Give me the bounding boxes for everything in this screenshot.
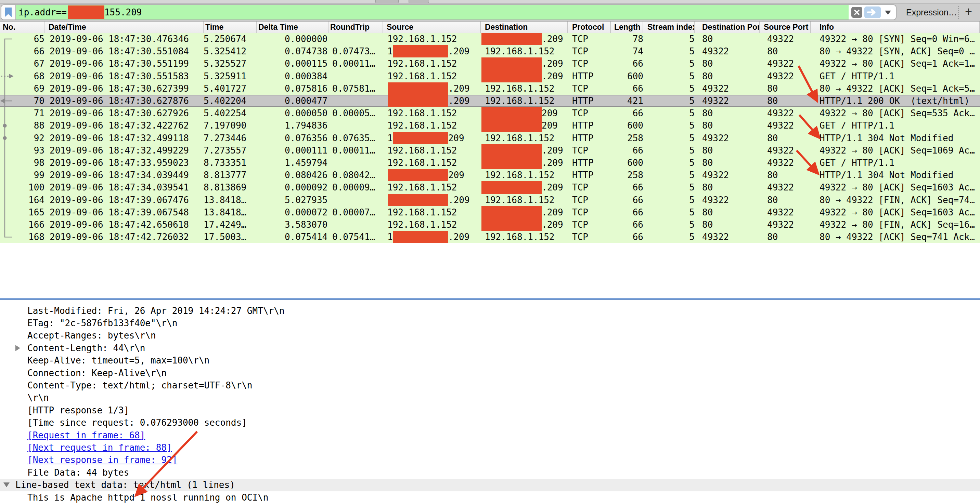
column-header-destination[interactable]: Destination xyxy=(481,22,568,33)
column-header-stream_index[interactable]: Stream index xyxy=(643,22,695,33)
packet-row-98[interactable]: 982019-09-06 18:47:33.9590238.7333511.45… xyxy=(0,157,980,169)
packet-row-164[interactable]: 1642019-09-06 18:47:39.06747613.8418…5.0… xyxy=(0,194,980,206)
detail-tree-row[interactable]: Keep-Alive: timeout=5, max=100\r\n xyxy=(0,354,980,367)
cell-destination: 209 xyxy=(481,119,568,132)
redaction-box xyxy=(482,219,542,231)
cell-src_port: 49322 xyxy=(760,57,818,70)
cell-info: HTTP/1.1 200 OK (text/html) xyxy=(811,95,980,107)
packet-row-165[interactable]: 1652019-09-06 18:47:39.06754813.8418…0.0… xyxy=(0,206,980,219)
column-header-roundtrip[interactable]: RoundTrip xyxy=(328,22,383,33)
cell-no: 100 xyxy=(0,181,49,193)
ip-suffix: .209 xyxy=(542,71,563,81)
collapsed-triangle-icon[interactable] xyxy=(15,345,20,351)
cell-stream_index: 5 xyxy=(643,231,697,243)
packet-row-70[interactable]: 702019-09-06 18:47:30.6278765.4022040.00… xyxy=(0,95,980,107)
detail-tree-row[interactable]: [Next response in frame: 92] xyxy=(0,454,980,466)
cell-no: 71 xyxy=(0,107,49,119)
redaction-box xyxy=(482,70,542,82)
column-header-source[interactable]: Source xyxy=(383,22,481,33)
detail-tree-row[interactable]: Content-Length: 44\r\n xyxy=(0,342,980,354)
packet-row-65[interactable]: 652019-09-06 18:47:30.4763465.2506740.00… xyxy=(0,33,980,45)
filter-apply-button[interactable] xyxy=(864,6,881,18)
column-header-length[interactable]: Length xyxy=(611,22,643,33)
ip-suffix: .209 xyxy=(542,182,563,192)
column-header-dest_port[interactable]: Destination Port xyxy=(695,22,760,33)
ip-address: 192.168.1.152 xyxy=(387,59,457,69)
detail-tree-row[interactable]: This is Apache httpd 1 nossl running on … xyxy=(0,491,980,504)
detail-tree-row[interactable]: Connection: Keep-Alive\r\n xyxy=(0,366,980,379)
column-header-info[interactable]: Info xyxy=(811,22,980,33)
main-toolbar-fragment xyxy=(0,0,980,3)
cell-roundtrip xyxy=(328,157,387,169)
packet-row-92[interactable]: 922019-09-06 18:47:32.4991187.2734460.07… xyxy=(0,132,980,144)
packet-row-68[interactable]: 682019-09-06 18:47:30.5515835.3259110.00… xyxy=(0,70,980,82)
cell-dest_port: 49322 xyxy=(695,82,767,95)
cell-no: 166 xyxy=(0,219,49,231)
filter-clear-button[interactable] xyxy=(851,7,862,18)
packet-row-100[interactable]: 1002019-09-06 18:47:34.0395418.8138690.0… xyxy=(0,181,980,193)
expanded-triangle-icon[interactable] xyxy=(3,482,10,487)
ip-suffix: .209 xyxy=(542,145,563,155)
column-header-no[interactable]: No. xyxy=(0,22,45,33)
expression-button[interactable]: Expression… xyxy=(906,3,957,21)
cell-datetime: 2019-09-06 18:47:42.650618 xyxy=(45,219,209,231)
redaction-box xyxy=(482,57,542,70)
packet-row-166[interactable]: 1662019-09-06 18:47:42.65061817.4249…3.5… xyxy=(0,219,980,231)
column-header-datetime[interactable]: Date/Time xyxy=(45,22,204,33)
column-header-protocol[interactable]: Protocol xyxy=(568,22,611,33)
detail-tree-row[interactable]: Content-Type: text/html; charset=UTF-8\r… xyxy=(0,379,980,391)
cell-stream_index: 5 xyxy=(643,107,697,119)
cell-length: 421 xyxy=(611,95,648,107)
cell-protocol: TCP xyxy=(568,231,615,243)
cell-no: 164 xyxy=(0,194,49,206)
packet-row-67[interactable]: 672019-09-06 18:47:30.5511995.3255270.00… xyxy=(0,57,980,70)
cell-no: 168 xyxy=(0,231,49,243)
packet-row-71[interactable]: 712019-09-06 18:47:30.6279265.4022540.00… xyxy=(0,107,980,119)
packet-row-93[interactable]: 932019-09-06 18:47:32.4992297.2735570.00… xyxy=(0,144,980,157)
ip-suffix: .209 xyxy=(542,158,563,168)
column-header-time[interactable]: Time xyxy=(204,22,257,33)
frame-link[interactable]: [Request in frame: 68] xyxy=(27,430,145,441)
cell-no: 68 xyxy=(0,70,49,82)
packet-row-99[interactable]: 992019-09-06 18:47:34.0394498.8137770.08… xyxy=(0,169,980,181)
cell-stream_index: 5 xyxy=(643,194,697,206)
cell-roundtrip: 0.00009… xyxy=(328,181,387,193)
display-filter-field[interactable]: ip.addr== 155.209 xyxy=(1,5,897,20)
cell-datetime: 2019-09-06 18:47:34.039541 xyxy=(45,181,209,193)
packet-row-66[interactable]: 662019-09-06 18:47:30.5510845.3254120.07… xyxy=(0,45,980,57)
frame-link[interactable]: [Next response in frame: 92] xyxy=(27,455,177,465)
cell-stream_index: 5 xyxy=(643,33,697,45)
filter-bar-separator xyxy=(958,6,959,19)
cell-dest_port: 80 xyxy=(695,107,767,119)
column-header-delta[interactable]: Delta Time xyxy=(257,22,328,33)
detail-tree-row[interactable]: Last-Modified: Fri, 26 Apr 2019 14:24:27… xyxy=(0,304,980,317)
packet-list: 652019-09-06 18:47:30.4763465.2506740.00… xyxy=(0,33,980,244)
detail-tree-row[interactable]: \r\n xyxy=(0,391,980,404)
ip-suffix: .209 xyxy=(448,195,470,205)
detail-text: File Data: 44 bytes xyxy=(27,468,129,478)
detail-tree-row[interactable]: [Next request in frame: 88] xyxy=(0,441,980,454)
add-filter-button[interactable]: + xyxy=(965,3,972,21)
cell-dest_port: 49322 xyxy=(695,45,767,57)
ip-prefix: 1 xyxy=(387,46,393,56)
filter-history-dropdown-icon[interactable] xyxy=(885,11,891,18)
packet-row-168[interactable]: 1682019-09-06 18:47:42.72603217.5003…0.0… xyxy=(0,231,980,243)
packet-row-88[interactable]: 882019-09-06 18:47:32.4227627.1970901.79… xyxy=(0,119,980,132)
cell-destination: .209 xyxy=(481,206,568,219)
packet-row-69[interactable]: 692019-09-06 18:47:30.6273995.4017270.07… xyxy=(0,82,980,95)
cell-datetime: 2019-09-06 18:47:30.627876 xyxy=(45,95,209,107)
cell-destination: .209 xyxy=(481,57,568,70)
cell-roundtrip xyxy=(328,219,387,231)
detail-tree-row[interactable]: Accept-Ranges: bytes\r\n xyxy=(0,329,980,342)
detail-tree-row[interactable]: ETag: "2c-5876fb133f40e"\r\n xyxy=(0,317,980,329)
frame-link[interactable]: [Next request in frame: 88] xyxy=(27,442,172,453)
column-header-src_port[interactable]: Source Port xyxy=(760,22,811,33)
display-filter-input[interactable]: ip.addr== 155.209 xyxy=(16,5,849,19)
detail-tree-row[interactable]: [Time since request: 0.076293000 seconds… xyxy=(0,417,980,429)
detail-tree-row[interactable]: File Data: 44 bytes xyxy=(0,466,980,479)
cell-src_port: 80 xyxy=(760,45,818,57)
detail-tree-row[interactable]: [HTTP response 1/3] xyxy=(0,404,980,417)
detail-tree-row[interactable]: [Request in frame: 68] xyxy=(0,429,980,441)
detail-tree-row-selected[interactable]: Line-based text data: text/html (1 lines… xyxy=(0,479,980,491)
filter-bookmark-button[interactable] xyxy=(2,5,16,19)
